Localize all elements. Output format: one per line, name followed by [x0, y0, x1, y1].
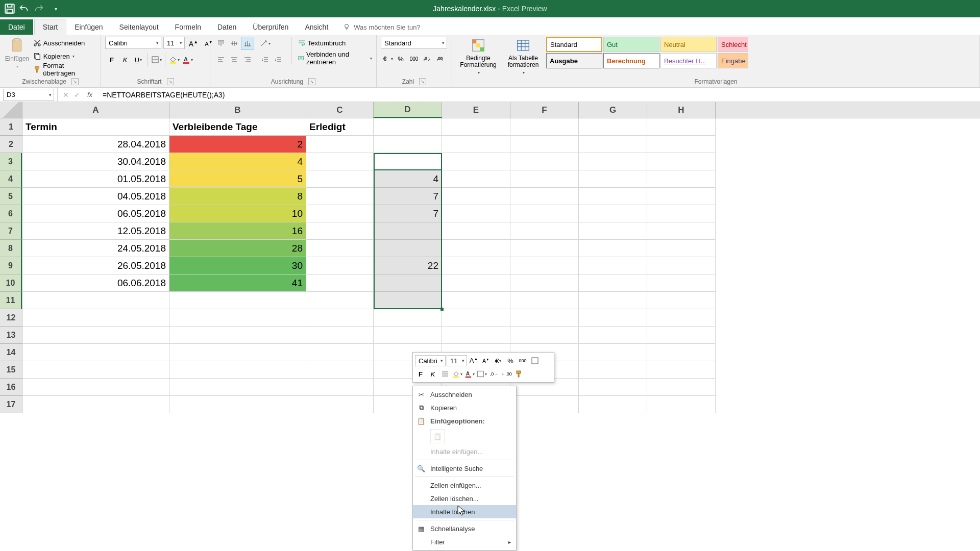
cell-B2[interactable]: 2: [169, 136, 306, 153]
mini-font-combo[interactable]: Calibri▾: [415, 355, 446, 366]
clipboard-dialog-launcher[interactable]: ↘: [71, 78, 79, 85]
mini-dec-decimal[interactable]: ←,00: [501, 368, 512, 380]
cell-C15[interactable]: [306, 361, 374, 379]
cell-F11[interactable]: [510, 292, 579, 309]
cell-E8[interactable]: [442, 240, 510, 257]
col-head-H[interactable]: H: [647, 102, 716, 118]
font-size-combo[interactable]: 11▾: [163, 37, 185, 49]
row-head-1[interactable]: 1: [0, 118, 22, 136]
decrease-indent-button[interactable]: [258, 53, 272, 66]
select-all-button[interactable]: [0, 102, 22, 118]
cell-C2[interactable]: [306, 136, 374, 153]
col-head-E[interactable]: E: [442, 102, 510, 118]
increase-indent-button[interactable]: [272, 53, 285, 66]
wrap-text-button[interactable]: Textumbruch: [298, 37, 372, 49]
font-name-combo[interactable]: Calibri▾: [105, 37, 161, 49]
col-head-B[interactable]: B: [169, 102, 306, 118]
row-head-8[interactable]: 8: [0, 240, 22, 257]
fill-handle[interactable]: [440, 308, 444, 311]
cell-B16[interactable]: [169, 379, 306, 396]
underline-button[interactable]: U▾: [132, 53, 145, 66]
mini-borders[interactable]: [529, 355, 541, 366]
row-head-4[interactable]: 4: [0, 170, 22, 188]
qat-customize-button[interactable]: ▾: [49, 2, 62, 15]
cell-H16[interactable]: [647, 379, 716, 396]
style-gut[interactable]: Gut: [603, 37, 659, 52]
cell-H6[interactable]: [647, 205, 716, 222]
enter-formula-button[interactable]: ✓: [72, 91, 82, 99]
cell-A7[interactable]: 12.05.2018: [22, 222, 169, 240]
cell-E6[interactable]: [442, 205, 510, 222]
cell-E7[interactable]: [442, 222, 510, 240]
redo-button[interactable]: ▾: [34, 2, 47, 15]
align-bottom-button[interactable]: [241, 37, 254, 50]
cell-E11[interactable]: [442, 292, 510, 309]
accounting-format-button[interactable]: €▾: [381, 52, 394, 65]
increase-decimal-button[interactable]: ,0: [421, 52, 434, 65]
cell-H11[interactable]: [647, 292, 716, 309]
cell-F17[interactable]: [510, 396, 579, 413]
mini-inc-decimal[interactable]: ,0→: [488, 368, 500, 380]
cell-D9[interactable]: 22: [374, 257, 442, 274]
cell-B3[interactable]: 4: [169, 153, 306, 170]
cell-A8[interactable]: 24.05.2018: [22, 240, 169, 257]
tab-file[interactable]: Datei: [0, 19, 33, 35]
cell-E5[interactable]: [442, 188, 510, 205]
cell-C8[interactable]: [306, 240, 374, 257]
tab-view[interactable]: Ansicht: [297, 19, 336, 35]
align-middle-button[interactable]: [228, 37, 241, 50]
mini-percent[interactable]: %: [505, 355, 516, 366]
style-eingabe[interactable]: Eingabe: [718, 53, 748, 68]
cell-B4[interactable]: 5: [169, 170, 306, 188]
cell-E3[interactable]: [442, 153, 510, 170]
col-head-G[interactable]: G: [579, 102, 647, 118]
row-head-6[interactable]: 6: [0, 205, 22, 222]
cell-G2[interactable]: [579, 136, 647, 153]
cell-B6[interactable]: 10: [169, 205, 306, 222]
ctx-filter[interactable]: Filter▸: [413, 535, 516, 548]
ctx-smart-lookup[interactable]: 🔍Intelligente Suche: [413, 462, 516, 475]
cell-G9[interactable]: [579, 257, 647, 274]
cell-G7[interactable]: [579, 222, 647, 240]
undo-button[interactable]: ▾: [18, 2, 32, 15]
row-head-12[interactable]: 12: [0, 309, 22, 327]
grow-font-button[interactable]: A▲: [187, 37, 200, 50]
cell-A15[interactable]: [22, 361, 169, 379]
cell-F4[interactable]: [510, 170, 579, 188]
borders-button[interactable]: ▾: [150, 53, 163, 66]
cell-G17[interactable]: [579, 396, 647, 413]
cell-G4[interactable]: [579, 170, 647, 188]
cell-B8[interactable]: 28: [169, 240, 306, 257]
cell-B15[interactable]: [169, 361, 306, 379]
cell-C11[interactable]: [306, 292, 374, 309]
cell-E12[interactable]: [442, 309, 510, 327]
tab-insert[interactable]: Einfügen: [66, 19, 111, 35]
cell-B17[interactable]: [169, 396, 306, 413]
orientation-button[interactable]: ▾: [258, 37, 272, 50]
cell-G16[interactable]: [579, 379, 647, 396]
tab-review[interactable]: Überprüfen: [244, 19, 297, 35]
cell-E4[interactable]: [442, 170, 510, 188]
cell-G12[interactable]: [579, 309, 647, 327]
cell-H12[interactable]: [647, 309, 716, 327]
tab-home[interactable]: Start: [34, 19, 67, 35]
ctx-paste-default[interactable]: 📋: [430, 429, 445, 443]
mini-grow-font[interactable]: A▲: [468, 355, 479, 366]
cell-A13[interactable]: [22, 327, 169, 344]
merge-center-button[interactable]: Verbinden und zentrieren▾: [298, 52, 372, 64]
cell-B13[interactable]: [169, 327, 306, 344]
cell-H2[interactable]: [647, 136, 716, 153]
cell-H17[interactable]: [647, 396, 716, 413]
cell-C1[interactable]: Erledigt: [306, 118, 374, 136]
cell-B10[interactable]: 41: [169, 274, 306, 292]
cell-G14[interactable]: [579, 344, 647, 361]
mini-font-color[interactable]: A▾: [464, 368, 475, 380]
row-head-14[interactable]: 14: [0, 344, 22, 361]
cell-B5[interactable]: 8: [169, 188, 306, 205]
cell-F12[interactable]: [510, 309, 579, 327]
cell-E9[interactable]: [442, 257, 510, 274]
number-format-combo[interactable]: Standard▾: [381, 37, 447, 49]
cell-A2[interactable]: 28.04.2018: [22, 136, 169, 153]
cell-F3[interactable]: [510, 153, 579, 170]
align-dialog-launcher[interactable]: ↘: [308, 78, 315, 85]
